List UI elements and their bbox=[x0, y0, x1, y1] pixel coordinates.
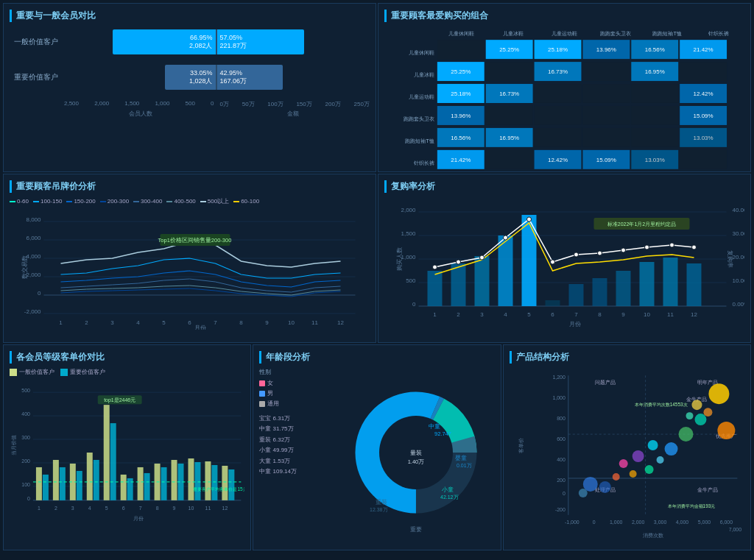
dashboard: 重要与一般会员对比 一般价值客户 66.95% 2,082人 57.05% bbox=[0, 0, 754, 560]
svg-point-134 bbox=[645, 245, 649, 249]
tier-legend: 一般价值客户 重要价值客户 bbox=[10, 368, 244, 376]
svg-text:小童: 小童 bbox=[442, 486, 454, 493]
legend-400-500: 400-500 bbox=[166, 197, 195, 205]
svg-text:2,000: 2,000 bbox=[26, 272, 41, 278]
svg-text:5,000: 5,000 bbox=[697, 520, 711, 525]
svg-rect-188 bbox=[228, 469, 234, 500]
svg-text:11: 11 bbox=[311, 319, 318, 326]
svg-text:11: 11 bbox=[205, 506, 211, 511]
svg-text:800: 800 bbox=[557, 416, 566, 421]
svg-text:2: 2 bbox=[85, 319, 88, 326]
age-donut-svg: 中童 92.747 婴童 0.01万 小童 42.12万 重装 12.38万 量… bbox=[353, 375, 479, 537]
svg-text:16.56%: 16.56% bbox=[451, 135, 471, 141]
svg-text:金牛产品: 金牛产品 bbox=[697, 487, 718, 492]
comp-label-important: 重要价值客户 bbox=[10, 72, 63, 82]
svg-text:10: 10 bbox=[188, 506, 194, 511]
svg-text:7: 7 bbox=[139, 506, 142, 511]
svg-text:7: 7 bbox=[214, 319, 217, 326]
svg-text:13.03%: 13.03% bbox=[694, 135, 714, 141]
svg-rect-170 bbox=[77, 471, 82, 500]
svg-rect-119 bbox=[569, 284, 584, 306]
svg-rect-175 bbox=[121, 475, 127, 500]
svg-text:16.95%: 16.95% bbox=[499, 135, 519, 141]
svg-text:跑跑短袖T恤: 跑跑短袖T恤 bbox=[405, 138, 434, 144]
svg-text:重要: 重要 bbox=[410, 526, 422, 533]
svg-rect-185 bbox=[205, 461, 211, 500]
svg-rect-172 bbox=[94, 460, 99, 500]
svg-rect-186 bbox=[211, 465, 217, 500]
svg-text:12.42%: 12.42% bbox=[548, 157, 568, 163]
svg-text:16.95%: 16.95% bbox=[645, 68, 665, 75]
svg-rect-67 bbox=[680, 150, 727, 169]
legend-300-400: 300-400 bbox=[133, 197, 162, 205]
svg-point-260 bbox=[632, 450, 644, 462]
svg-text:明年产品: 明年产品 bbox=[697, 380, 718, 385]
svg-rect-183 bbox=[188, 458, 194, 500]
svg-rect-36 bbox=[535, 84, 582, 103]
svg-text:15.09%: 15.09% bbox=[694, 113, 714, 119]
svg-point-271 bbox=[686, 412, 693, 419]
svg-point-126 bbox=[457, 260, 461, 264]
svg-text:3: 3 bbox=[110, 319, 114, 326]
bottom-row: 各会员等级客单价对比 一般价值客户 重要价值客户 500 400 300 200… bbox=[3, 344, 751, 550]
svg-text:6: 6 bbox=[551, 311, 554, 318]
bar-right-important: 42.95% 167.06万 bbox=[217, 65, 283, 90]
svg-text:12: 12 bbox=[222, 506, 228, 511]
product-svg: 1,200 1,000 800 600 400 200 0 -200 客单价 -… bbox=[510, 368, 744, 548]
svg-text:42.12万: 42.12万 bbox=[440, 495, 459, 500]
svg-rect-123 bbox=[663, 258, 678, 306]
svg-point-125 bbox=[433, 265, 437, 269]
svg-point-270 bbox=[703, 408, 712, 417]
svg-text:-200: -200 bbox=[555, 507, 566, 512]
svg-rect-113 bbox=[428, 271, 443, 306]
svg-text:0: 0 bbox=[563, 491, 566, 496]
svg-rect-124 bbox=[687, 263, 702, 306]
svg-rect-53 bbox=[535, 128, 582, 147]
svg-text:4,000: 4,000 bbox=[26, 253, 41, 260]
repurchase-panel: 复购率分析 2,000 1,500 1,000 500 0 40.00% 30.… bbox=[378, 174, 751, 343]
svg-rect-176 bbox=[127, 478, 133, 500]
svg-text:1,000: 1,000 bbox=[610, 520, 623, 525]
bar-left-general: 66.95% 2,082人 bbox=[113, 29, 215, 54]
svg-rect-31 bbox=[680, 62, 727, 81]
tier-panel: 各会员等级客单价对比 一般价值客户 重要价值客户 500 400 300 200… bbox=[3, 344, 251, 550]
svg-rect-46 bbox=[631, 106, 678, 125]
tier-title: 各会员等级客单价对比 bbox=[10, 351, 244, 364]
svg-text:针织长裤: 针织长裤 bbox=[413, 160, 434, 166]
svg-text:12: 12 bbox=[691, 311, 697, 318]
svg-rect-174 bbox=[110, 423, 116, 500]
svg-text:婴童: 婴童 bbox=[455, 455, 467, 461]
svg-text:1,000: 1,000 bbox=[552, 395, 566, 400]
svg-text:重要客户平均客单价是15元: 重要客户平均客单价是15元 bbox=[193, 486, 244, 492]
svg-rect-114 bbox=[451, 263, 466, 306]
svg-text:500: 500 bbox=[406, 277, 416, 284]
svg-rect-43 bbox=[486, 106, 533, 125]
svg-rect-120 bbox=[593, 278, 607, 306]
svg-point-265 bbox=[612, 473, 619, 481]
comp-axis-container: 2,5002,0001,5001,0005000 0万50万100万150万20… bbox=[10, 100, 370, 108]
svg-rect-55 bbox=[631, 128, 678, 147]
svg-text:跑跑短袖T恤: 跑跑短袖T恤 bbox=[652, 30, 682, 37]
svg-rect-28 bbox=[582, 62, 630, 81]
svg-text:25.25%: 25.25% bbox=[451, 68, 471, 75]
svg-rect-173 bbox=[104, 405, 110, 500]
legend-60-100: 60-100 bbox=[233, 197, 259, 205]
svg-text:9: 9 bbox=[265, 319, 269, 326]
svg-text:跑跑套头卫衣: 跑跑套头卫衣 bbox=[404, 116, 434, 122]
svg-rect-168 bbox=[60, 467, 66, 500]
svg-text:1,500: 1,500 bbox=[401, 230, 416, 237]
svg-text:8,000: 8,000 bbox=[26, 216, 41, 223]
svg-text:10.00%: 10.00% bbox=[733, 277, 745, 284]
svg-rect-122 bbox=[640, 262, 655, 306]
legend-0-60: 0-60 bbox=[10, 197, 29, 205]
svg-text:中童: 中童 bbox=[429, 423, 440, 430]
svg-point-131 bbox=[574, 252, 579, 257]
svg-text:0: 0 bbox=[412, 301, 416, 308]
comp-axis-right: 0万50万100万150万200万250万 bbox=[217, 100, 370, 108]
svg-text:9: 9 bbox=[621, 311, 625, 318]
svg-point-133 bbox=[621, 248, 626, 252]
svg-point-258 bbox=[664, 442, 677, 456]
svg-text:300: 300 bbox=[21, 435, 30, 440]
svg-point-129 bbox=[527, 217, 532, 221]
gender-label: 性别 bbox=[259, 368, 333, 376]
